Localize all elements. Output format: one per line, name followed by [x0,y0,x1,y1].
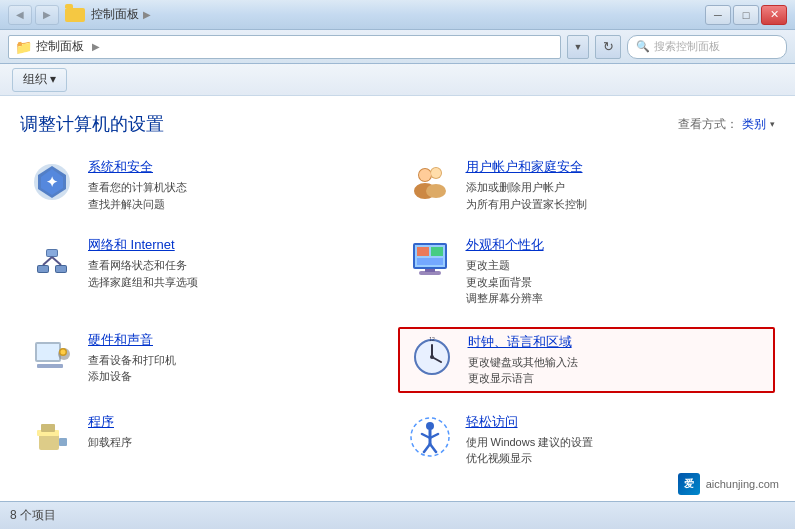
svg-line-14 [52,257,61,265]
network-title[interactable]: 网络和 Internet [88,236,390,254]
toolbar: 组织 ▾ [0,64,795,96]
svg-point-8 [419,169,431,181]
clock-text: 时钟、语言和区域更改键盘或其他输入法更改显示语言 [468,333,766,387]
back-button[interactable]: ◀ [8,5,32,25]
addressbar: 📁 控制面板 ▶ ▼ ↻ 🔍 搜索控制面板 [0,30,795,64]
programs-icon [28,413,76,461]
appearance-icon [406,236,454,284]
svg-text:✦: ✦ [46,174,58,190]
svg-point-7 [426,184,446,198]
svg-rect-24 [425,269,435,272]
folder-icon [65,8,85,22]
clock-title[interactable]: 时钟、语言和区域 [468,333,766,351]
svg-rect-40 [59,438,67,446]
hardware-text: 硬件和声音查看设备和打印机添加设备 [88,331,390,385]
path-text: 控制面板 [91,6,139,23]
system-security-title[interactable]: 系统和安全 [88,158,390,176]
appearance-text: 外观和个性化更改主题更改桌面背景调整屏幕分辨率 [466,236,768,307]
titlebar-left: ◀ ▶ 控制面板 ▶ [8,5,151,25]
cp-item-programs: 程序卸载程序 [20,409,398,471]
svg-rect-17 [47,250,57,256]
svg-point-9 [431,168,441,178]
search-icon: 🔍 [636,40,650,53]
address-folder-icon: 📁 [15,39,32,55]
cp-item-clock: 12时钟、语言和区域更改键盘或其他输入法更改显示语言 [398,327,776,393]
content-area: 调整计算机的设置 查看方式： 类别 ▾ ✦系统和安全查看您的计算机状态查找并解决… [0,96,795,501]
watermark-text: aichunjing.com [706,478,779,490]
access-text: 轻松访问使用 Windows 建议的设置优化视频显示 [466,413,768,467]
statusbar: 8 个项目 [0,501,795,529]
system-security-desc1: 查看您的计算机状态 [88,179,390,196]
cp-item-network: 网络和 Internet查看网络状态和任务选择家庭组和共享选项 [20,232,398,311]
nav-buttons: ◀ ▶ [8,5,59,25]
hardware-desc2: 添加设备 [88,368,390,385]
network-icon [28,236,76,284]
svg-rect-21 [431,247,443,256]
svg-rect-20 [417,247,429,256]
clock-desc1: 更改键盘或其他输入法 [468,354,766,371]
hardware-title[interactable]: 硬件和声音 [88,331,390,349]
cp-item-appearance: 外观和个性化更改主题更改桌面背景调整屏幕分辨率 [398,232,776,311]
svg-line-13 [43,257,52,265]
page-title-row: 调整计算机的设置 查看方式： 类别 ▾ [20,112,775,136]
svg-text:12: 12 [429,336,435,342]
titlebar: ◀ ▶ 控制面板 ▶ ─ □ ✕ [0,0,795,30]
organize-button[interactable]: 组织 ▾ [12,68,67,92]
search-box[interactable]: 🔍 搜索控制面板 [627,35,787,59]
svg-line-46 [430,444,436,452]
svg-rect-26 [37,344,59,360]
system-security-text: 系统和安全查看您的计算机状态查找并解决问题 [88,158,390,212]
cp-item-hardware: 硬件和声音查看设备和打印机添加设备 [20,327,398,393]
user-accounts-title[interactable]: 用户帐户和家庭安全 [466,158,768,176]
user-accounts-desc2: 为所有用户设置家长控制 [466,196,768,213]
appearance-desc2: 更改桌面背景 [466,274,768,291]
watermark: 爱 aichunjing.com [672,471,785,497]
address-dropdown-button[interactable]: ▼ [567,35,589,59]
appearance-title[interactable]: 外观和个性化 [466,236,768,254]
cp-item-user-accounts: 用户帐户和家庭安全添加或删除用户帐户为所有用户设置家长控制 [398,154,776,216]
programs-text: 程序卸载程序 [88,413,390,451]
view-mode-value[interactable]: 类别 [742,116,766,133]
svg-rect-16 [56,266,66,272]
maximize-button[interactable]: □ [733,5,759,25]
user-accounts-text: 用户帐户和家庭安全添加或删除用户帐户为所有用户设置家长控制 [466,158,768,212]
address-field[interactable]: 📁 控制面板 ▶ [8,35,561,59]
view-mode-arrow: ▾ [770,119,775,129]
access-title[interactable]: 轻松访问 [466,413,768,431]
forward-button[interactable]: ▶ [35,5,59,25]
address-separator: ▶ [92,41,100,52]
view-mode-label: 查看方式： [678,116,738,133]
cp-item-access: 轻松访问使用 Windows 建议的设置优化视频显示 [398,409,776,471]
svg-rect-15 [38,266,48,272]
clock-icon: 12 [408,333,456,381]
view-mode: 查看方式： 类别 ▾ [678,116,775,133]
window-controls: ─ □ ✕ [705,5,787,25]
hardware-icon [28,331,76,379]
watermark-logo: 爱 [678,473,700,495]
system-security-desc2: 查找并解决问题 [88,196,390,213]
svg-rect-28 [37,364,63,368]
page-title: 调整计算机的设置 [20,112,164,136]
clock-desc2: 更改显示语言 [468,370,766,387]
items-grid: ✦系统和安全查看您的计算机状态查找并解决问题用户帐户和家庭安全添加或删除用户帐户… [20,154,775,471]
svg-rect-22 [417,258,443,265]
system-security-icon: ✦ [28,158,76,206]
programs-desc1: 卸载程序 [88,434,390,451]
svg-rect-39 [41,424,55,432]
programs-title[interactable]: 程序 [88,413,390,431]
search-placeholder: 搜索控制面板 [654,39,720,54]
svg-line-45 [424,444,430,452]
network-desc2: 选择家庭组和共享选项 [88,274,390,291]
close-button[interactable]: ✕ [761,5,787,25]
network-desc1: 查看网络状态和任务 [88,257,390,274]
hardware-desc1: 查看设备和打印机 [88,352,390,369]
address-text: 控制面板 [36,38,84,55]
svg-point-30 [61,349,66,354]
appearance-desc3: 调整屏幕分辨率 [466,290,768,307]
access-desc2: 优化视频显示 [466,450,768,467]
minimize-button[interactable]: ─ [705,5,731,25]
user-accounts-desc1: 添加或删除用户帐户 [466,179,768,196]
svg-rect-37 [39,434,59,450]
titlebar-path: 控制面板 ▶ [91,6,151,23]
refresh-button[interactable]: ↻ [595,35,621,59]
